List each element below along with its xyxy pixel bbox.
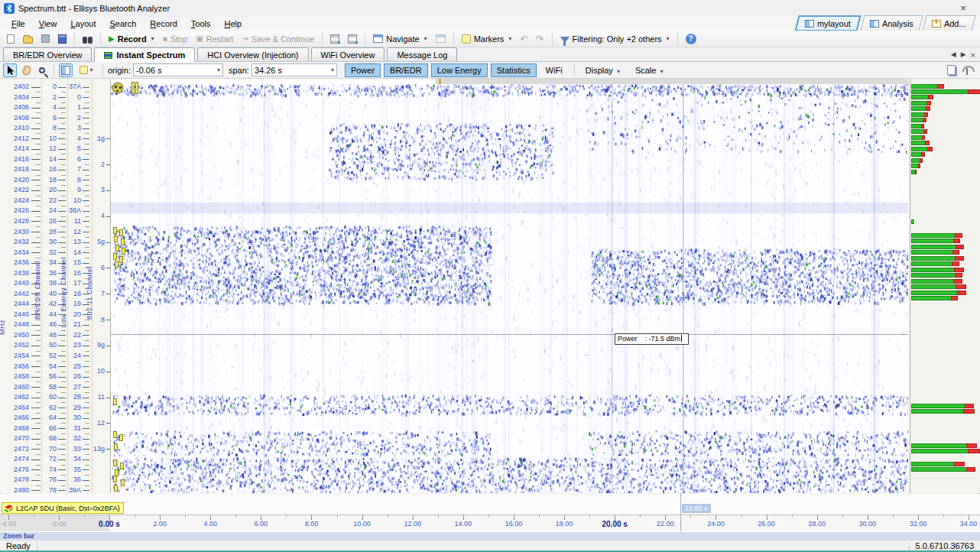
next-marker-button[interactable]: ↷ [533, 34, 547, 44]
toggle-bredr[interactable]: BR/EDR [384, 63, 428, 77]
bredr-minor-tick [61, 154, 66, 154]
zoom-bar[interactable]: Zoom bar [0, 531, 980, 540]
tab-message-log[interactable]: Message Log [387, 47, 457, 61]
record-button[interactable]: ▶ Record ▾ [105, 33, 157, 45]
menu-help[interactable]: Help [218, 18, 249, 30]
prev-marker-button[interactable]: ↶ [517, 34, 531, 44]
marker-dropdown-button[interactable]: ▾ [75, 63, 98, 77]
live-capture-button[interactable] [960, 63, 974, 77]
stop-button[interactable]: ■ Stop [160, 33, 191, 45]
columns-toggle-button[interactable] [59, 63, 73, 77]
scroll-tabs-left-button[interactable]: ◀ [951, 50, 956, 60]
menu-view[interactable]: View [32, 18, 64, 30]
le-tick [83, 469, 89, 470]
le-minor-tick [85, 402, 89, 403]
bredr-minor-tick [61, 164, 66, 165]
usage-bar-red [956, 284, 966, 289]
layout-tab-mylayout[interactable]: mylayout [795, 15, 862, 31]
tab-label: Instant Spectrum [116, 50, 185, 60]
pan-tool-button[interactable] [19, 63, 33, 77]
usage-bar-red [955, 256, 964, 261]
filtering-button[interactable]: Filtering: Only +2 others ▾ [557, 33, 673, 45]
toggle-low-energy[interactable]: Low Energy [431, 63, 488, 77]
time-minor-tick [741, 515, 742, 518]
bredr-channel-label: 24 [43, 207, 57, 214]
mhz-minor-tick [36, 123, 41, 124]
bredr-minor-tick [61, 454, 66, 455]
le-channel-label: 26 [66, 373, 81, 380]
cursor-arrow-icon [5, 65, 15, 76]
mhz-label: 2426 [5, 207, 29, 214]
open-file-button[interactable] [20, 33, 36, 45]
wifi-channel-label: 13g [91, 446, 105, 453]
le-tick [83, 418, 89, 419]
tab-instant-spectrum[interactable]: Instant Spectrum [94, 47, 195, 62]
close-tab-button[interactable]: × [971, 50, 975, 60]
tab-wifi-overview[interactable]: WiFi Overview [311, 47, 385, 61]
usage-bar-red [926, 106, 930, 111]
export-image-button[interactable] [944, 63, 958, 77]
bredr-channel-label: 42 [43, 300, 57, 307]
le-minor-tick [85, 123, 89, 124]
save-button[interactable] [38, 33, 53, 44]
navigate-button[interactable]: Navigate ▾ [370, 33, 430, 45]
markers-button[interactable]: Markers ▾ [459, 33, 515, 45]
usage-bar-green [911, 112, 924, 117]
scroll-tabs-right-button[interactable]: ▶ [961, 50, 966, 60]
bredr-tick [58, 149, 66, 150]
usage-bar-red [968, 89, 980, 94]
close-button[interactable]: × [957, 2, 969, 15]
reset-marker-button[interactable] [345, 33, 360, 45]
set-marker-button[interactable] [327, 33, 342, 45]
menu-search[interactable]: Search [102, 18, 143, 30]
usage-bar-green [911, 141, 925, 145]
le-channel-label: 33 [66, 446, 81, 453]
mhz-tick [31, 221, 41, 222]
mhz-label: 2464 [5, 404, 29, 411]
find-button[interactable] [80, 33, 96, 45]
bredr-minor-tick [61, 413, 66, 414]
menu-file[interactable]: File [5, 18, 32, 30]
menu-layout[interactable]: Layout [63, 18, 102, 30]
menu-tools[interactable]: Tools [184, 18, 218, 30]
help-button[interactable]: ? [683, 32, 699, 46]
usage-bar-red [955, 273, 962, 278]
bredr-channel-label: 34 [43, 259, 57, 266]
bredr-channel-label: 36 [43, 270, 57, 277]
usage-bar-green [911, 268, 954, 272]
span-combo[interactable]: 34.26 s ▾ [251, 63, 337, 76]
tab-hci-overview[interactable]: HCI Overview (Injection) [197, 47, 308, 61]
select-tool-button[interactable] [3, 63, 17, 77]
spectrogram-canvas[interactable] [111, 79, 908, 493]
scale-menu-button[interactable]: Scale ▾ [629, 63, 670, 77]
toggle-power[interactable]: Power [345, 63, 381, 77]
time-axis[interactable]: -4.00-2.000.00 s2.004.006.008.0010.0012.… [0, 515, 980, 531]
toggle-wifi[interactable]: WiFi [540, 63, 569, 77]
reset-icon [348, 34, 357, 44]
zoom-tool-button[interactable] [35, 63, 49, 77]
channel-usage-bar [911, 101, 931, 106]
restart-button[interactable]: ▣ Restart [193, 33, 236, 45]
display-menu-button[interactable]: Display ▾ [579, 63, 626, 77]
new-file-button[interactable] [4, 33, 18, 45]
goto-button[interactable] [433, 33, 449, 44]
usage-bar-green [911, 89, 968, 94]
save-continue-button[interactable]: ⇥ Save & Continue [239, 33, 317, 45]
stop-label: Stop [170, 34, 188, 44]
chevron-down-icon: ▾ [508, 35, 511, 42]
le-minor-tick [85, 144, 89, 144]
layout-tab-analysis[interactable]: Analysis [861, 15, 923, 31]
origin-combo[interactable]: -0.06 s ▾ [133, 63, 223, 76]
le-channel-label: 2 [66, 115, 81, 122]
le-channel-label: 34 [66, 456, 81, 463]
tab-bredr-overview[interactable]: BR/EDR Overview [3, 47, 92, 61]
packet-overlay-label[interactable]: L2CAP SDU (Basic, Dst=0x2BFA) [2, 502, 124, 514]
le-minor-tick [85, 102, 89, 103]
navigate-icon [373, 34, 383, 43]
toggle-statistics[interactable]: Statistics [491, 63, 537, 77]
menu-record[interactable]: Record [143, 18, 183, 30]
properties-button[interactable] [55, 33, 70, 45]
title-bar: Spectrum.btt - Ellisys Bluetooth Analyze… [0, 0, 980, 17]
bredr-tick [58, 221, 66, 222]
layout-tab-add[interactable]: Add... [923, 15, 976, 31]
